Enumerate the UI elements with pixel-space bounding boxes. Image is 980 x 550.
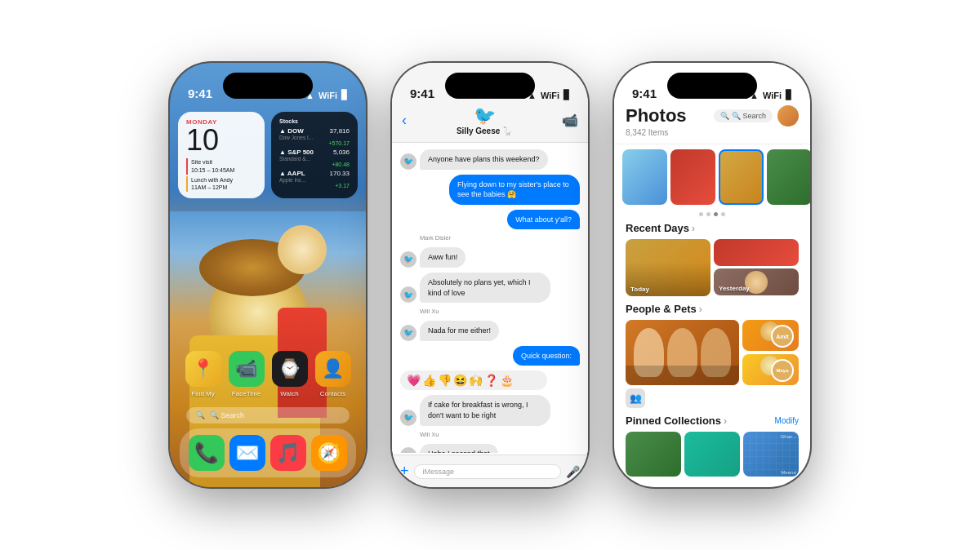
battery-icon-2: ▊: [564, 90, 570, 100]
carousel-thumb-1[interactable]: [622, 149, 667, 205]
pinned-collections-section: Pinned Collections › Modify Meerut Ghaz.…: [614, 411, 810, 480]
dot-1: [699, 212, 703, 216]
tapback-haha[interactable]: 😆: [453, 374, 467, 387]
tapback-cake[interactable]: 🎂: [500, 374, 514, 387]
dock-compass[interactable]: 🧭: [311, 435, 347, 471]
photos-title: Photos: [626, 105, 687, 126]
tapback-heart[interactable]: 💗: [407, 374, 421, 387]
pinned-title: Pinned Collections: [626, 415, 721, 427]
conversation-title: 🐦 Silly Geese 🪿: [457, 105, 512, 135]
message-6: 🐦 Nada for me either!: [400, 321, 580, 341]
avatar-9: 🐦: [400, 410, 416, 426]
status-time-3: 9:41: [632, 86, 657, 100]
recent-today-thumb[interactable]: Today: [626, 239, 710, 296]
imessage-input[interactable]: iMessage: [414, 464, 561, 479]
message-3: What about y'all?: [400, 210, 580, 230]
message-9: 🐦 If cake for breakfast is wrong, I don'…: [400, 395, 580, 425]
carousel-thumb-2[interactable]: [670, 149, 715, 205]
message-1: 🐦 Anyone have plans this weekend?: [400, 149, 580, 170]
people-group-icon: 👥: [626, 388, 645, 408]
stock-dow: ▲ DOW 37,816 Dow Jones I... +570.17: [279, 127, 350, 146]
calendar-event2: Lunch with Andy 11AM – 12PM: [186, 176, 256, 193]
home-screen: 9:41 ▲▲▲ WiFi ▊ MONDAY 10 Site visit 10:…: [170, 63, 366, 487]
sender-will: Will Xu: [420, 308, 580, 315]
bubble-4: Aww fun!: [420, 247, 466, 268]
yesterday-label: Yesterday: [719, 285, 750, 292]
people-pets-arrow: ›: [699, 304, 702, 315]
tapback-thumbsup[interactable]: 👍: [422, 374, 436, 387]
dot-4: [721, 212, 725, 216]
message-7: Quick question:: [400, 346, 580, 366]
pinned-thumb-1[interactable]: [626, 432, 681, 477]
people-big-thumb[interactable]: [626, 320, 739, 385]
pinned-thumbs: Meerut Ghaz...: [626, 432, 799, 477]
dot-3: [714, 212, 718, 216]
people-amit[interactable]: Amit: [742, 320, 799, 351]
avatar-1: 🐦: [400, 153, 416, 170]
tapback-thumbsdown[interactable]: 👎: [438, 374, 452, 387]
tapback-question[interactable]: ❓: [484, 374, 498, 387]
app-watch[interactable]: ⌚ Watch: [272, 351, 308, 397]
maya-badge: Maya: [771, 359, 794, 382]
battery-icon: ▊: [341, 90, 348, 100]
imessage-placeholder: iMessage: [423, 468, 455, 476]
message-input-bar: + iMessage 🎤: [392, 455, 588, 487]
app-grid: 📍 Find My 📹 FaceTime ⌚ Watch 👤 Contacts: [181, 351, 354, 397]
app-findmy[interactable]: 📍 Find My: [185, 351, 221, 397]
attachment-button[interactable]: +: [400, 463, 409, 480]
photos-screen: 9:41 ▲▲▲ WiFi ▊ Photos 🔍 🔍 Search: [614, 63, 810, 487]
phone-messages: 9:41 ▲▲▲ WiFi ▊ ‹ 🐦 Silly Geese 🪿 📹 🐦 An…: [392, 63, 588, 487]
stock-aapl: ▲ AAPL 170.33 Apple Inc... +3.17: [279, 170, 350, 189]
recent-yesterday-thumb[interactable]: Yesterday: [714, 268, 799, 295]
phone-photos: 9:41 ▲▲▲ WiFi ▊ Photos 🔍 🔍 Search: [614, 63, 810, 487]
dock-music[interactable]: 🎵: [270, 435, 306, 471]
carousel-thumb-4[interactable]: [767, 149, 810, 205]
widget-stocks[interactable]: Stocks ▲ DOW 37,816 Dow Jones I... +570.…: [271, 112, 358, 198]
people-maya[interactable]: Maya: [742, 354, 799, 385]
battery-icon-3: ▊: [786, 90, 792, 100]
dynamic-island: [223, 73, 313, 99]
bubble-10: Haha I second that: [420, 444, 498, 453]
carousel-thumb-3[interactable]: [719, 149, 764, 205]
video-call-button[interactable]: 📹: [562, 113, 578, 128]
photos-count: 8,342 Items: [626, 128, 799, 137]
messages-list: 🐦 Anyone have plans this weekend? Flying…: [392, 143, 588, 453]
app-facetime[interactable]: 📹 FaceTime: [229, 351, 265, 397]
group-avatar: 🐦: [474, 105, 496, 126]
people-pets-header: People & Pets ›: [626, 303, 799, 315]
stock-sp500: ▲ S&P 500 5,036 Standard &... +80.48: [279, 149, 350, 167]
recent-days-header: Recent Days ›: [626, 222, 799, 234]
recent-days-col2: Yesterday: [714, 239, 799, 296]
mic-button[interactable]: 🎤: [566, 465, 580, 478]
dock-mail[interactable]: ✉️: [229, 435, 265, 471]
bubble-9: If cake for breakfast is wrong, I don't …: [420, 395, 550, 425]
bubble-1: Anyone have plans this weekend?: [420, 149, 548, 170]
back-button[interactable]: ‹: [402, 112, 407, 129]
pinned-thumb-3[interactable]: Meerut Ghaz...: [743, 432, 799, 477]
app-contacts[interactable]: 👤 Contacts: [315, 351, 351, 397]
photos-content[interactable]: Recent Days › Today: [614, 144, 810, 487]
user-avatar[interactable]: [777, 105, 799, 126]
modify-button[interactable]: Modify: [775, 416, 799, 425]
search-label: 🔍 Search: [210, 411, 244, 419]
dock: 📞 ✉️ 🎵 🧭: [180, 428, 356, 477]
widget-row: MONDAY 10 Site visit 10:15 – 10:45AM Lun…: [178, 112, 358, 198]
tapback-exclaim[interactable]: 🙌: [469, 374, 483, 387]
dock-phone[interactable]: 📞: [189, 435, 225, 471]
recent-days-grid: Today Yesterday: [626, 239, 799, 296]
message-4: 🐦 Aww fun!: [400, 247, 580, 268]
search-icon: 🔍: [196, 411, 205, 419]
message-10: 🐦 Haha I second that: [400, 444, 580, 453]
status-time: 9:41: [188, 86, 212, 100]
people-pets-title: People & Pets: [626, 303, 697, 315]
recent-days-title: Recent Days: [626, 222, 689, 234]
recent-day-2[interactable]: [714, 239, 799, 266]
pinned-arrow: ›: [724, 415, 727, 427]
widget-calendar[interactable]: MONDAY 10 Site visit 10:15 – 10:45AM Lun…: [178, 112, 265, 198]
home-background: 9:41 ▲▲▲ WiFi ▊ MONDAY 10 Site visit 10:…: [170, 63, 366, 487]
spotlight-search[interactable]: 🔍 🔍 Search: [186, 407, 350, 424]
pinned-thumb-2[interactable]: [684, 432, 740, 477]
calendar-event1: Site visit 10:15 – 10:45AM: [186, 158, 256, 175]
photos-search-button[interactable]: 🔍 🔍 Search: [714, 109, 773, 122]
group-name: Silly Geese 🪿: [457, 126, 512, 135]
